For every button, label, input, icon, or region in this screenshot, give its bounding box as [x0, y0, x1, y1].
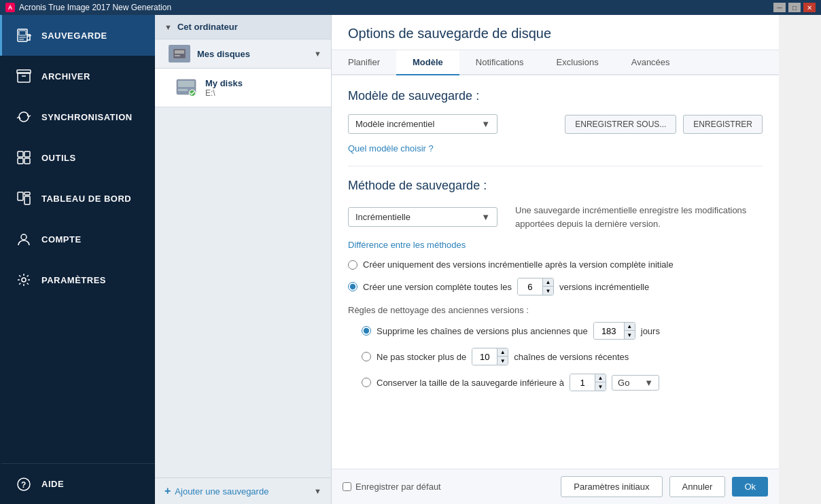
methode-dropdown[interactable]: Incrémentielle ▼ [348, 207, 497, 227]
radio-complete-label-post: versions incrémentielle [559, 282, 649, 292]
tab-notifications[interactable]: Notifications [459, 50, 540, 75]
svg-rect-22 [178, 81, 194, 87]
tab-planifier[interactable]: Planifier [332, 50, 396, 75]
size-spinner-buttons: ▲ ▼ [595, 374, 606, 391]
parametres-icon [16, 272, 32, 288]
sidebar-item-archiver[interactable]: ARCHIVER [0, 56, 155, 96]
versions-spinner-value[interactable]: 6 [518, 278, 542, 295]
svg-rect-13 [24, 192, 30, 195]
days-spinner[interactable]: 183 ▲ ▼ [593, 322, 635, 340]
sidebar-item-outils[interactable]: OUTILS [0, 137, 155, 178]
radio-row-2: Créer une version complète toutes les 6 … [348, 278, 763, 295]
sidebar-item-sauvegarde[interactable]: SAUVEGARDE [0, 15, 155, 56]
section-divider [348, 166, 763, 166]
days-spinner-up[interactable]: ▲ [624, 323, 635, 331]
cet-ordinateur-header[interactable]: ▼ Cet ordinateur [155, 15, 331, 39]
chains-spinner-down[interactable]: ▼ [497, 357, 508, 365]
cleanup-radio-chains[interactable] [362, 352, 371, 361]
svg-rect-19 [175, 50, 184, 54]
sidebar-label-synchronisation: SYNCHRONISATION [41, 112, 133, 122]
add-sauvegarde-footer[interactable]: + Ajouter une sauvegarde ▼ [155, 478, 331, 504]
versions-spinner-up[interactable]: ▲ [542, 278, 553, 287]
collapse-arrow-icon: ▼ [164, 23, 172, 31]
size-spinner-down[interactable]: ▼ [595, 382, 606, 391]
sidebar-item-parametres[interactable]: PARAMÈTRES [0, 259, 155, 300]
chains-spinner-buttons: ▲ ▼ [497, 348, 508, 365]
enregistrer-sous-button[interactable]: ENREGISTRER SOUS... [565, 115, 676, 134]
size-spinner-up[interactable]: ▲ [595, 374, 606, 382]
versions-spinner-down[interactable]: ▼ [542, 287, 553, 295]
app-container: SAUVEGARDE ARCHIVER [0, 15, 821, 504]
close-button[interactable]: ✕ [803, 3, 816, 12]
size-spinner-value[interactable]: 1 [570, 374, 595, 391]
backup-item-disk-icon [174, 75, 198, 100]
tab-exclusions[interactable]: Exclusions [540, 50, 615, 75]
aide-icon: ? [16, 476, 32, 492]
svg-point-14 [21, 234, 27, 240]
outils-icon [16, 149, 32, 166]
versions-spinner[interactable]: 6 ▲ ▼ [517, 278, 554, 295]
chains-spinner[interactable]: 10 ▲ ▼ [472, 348, 508, 365]
params-initiaux-button[interactable]: Paramètres initiaux [561, 476, 662, 497]
radio-incremental-label: Créer uniquement des versions incrémenti… [363, 259, 674, 270]
cleanup-options: Supprime les chaînes de versions plus an… [348, 322, 763, 391]
svg-text:?: ? [21, 480, 27, 490]
cleanup-chains-label-pre: Ne pas stocker plus de [377, 352, 466, 362]
mes-disques-chevron-icon: ▼ [314, 50, 321, 58]
size-unit-dropdown[interactable]: Go ▼ [612, 375, 659, 391]
cleanup-radio-size[interactable] [362, 378, 371, 387]
modele-section-title: Modèle de sauvegarde : [348, 89, 763, 103]
cleanup-radio-days[interactable] [362, 326, 371, 336]
chains-spinner-value[interactable]: 10 [472, 348, 497, 365]
backup-item-info: My disks E:\ [205, 78, 321, 98]
radio-row-1: Créer uniquement des versions incrémenti… [348, 259, 763, 270]
cet-ordinateur-label: Cet ordinateur [177, 22, 238, 32]
enregistrer-defaut-checkbox[interactable] [343, 482, 351, 491]
days-spinner-value[interactable]: 183 [594, 323, 624, 339]
maximize-button[interactable]: □ [788, 3, 801, 12]
mes-disques-label: Mes disques [197, 49, 314, 59]
size-spinner[interactable]: 1 ▲ ▼ [570, 374, 606, 391]
cleanup-size-label-pre: Conserver la taille de la sauvegarde inf… [377, 378, 564, 388]
sidebar-label-outils: OUTILS [41, 153, 76, 163]
sidebar-item-synchronisation[interactable]: SYNCHRONISATION [0, 96, 155, 137]
backup-panel: ▼ Cet ordinateur Mes disques ▼ [155, 15, 332, 504]
modele-dropdown-value: Modèle incrémentiel [355, 119, 434, 129]
tab-avancees[interactable]: Avancées [615, 50, 686, 75]
modele-dropdown[interactable]: Modèle incrémentiel ▼ [348, 114, 497, 134]
options-panel: Options de sauvegarde de disque Planifie… [332, 15, 779, 504]
options-footer: Enregistrer par défaut Paramètres initia… [332, 469, 779, 504]
quel-modele-link[interactable]: Quel modèle choisir ? [348, 143, 434, 154]
enregistrer-button[interactable]: ENREGISTRER [683, 115, 763, 134]
difference-methodes-link[interactable]: Différence entre les méthodes [348, 240, 466, 250]
backup-item-path: E:\ [205, 88, 321, 98]
sidebar-item-compte[interactable]: COMPTE [0, 219, 155, 259]
mes-disques-header[interactable]: Mes disques ▼ [155, 39, 331, 68]
methode-radio-group: Créer uniquement des versions incrémenti… [348, 259, 763, 295]
svg-rect-20 [175, 55, 180, 56]
size-unit-arrow-icon: ▼ [644, 378, 653, 388]
tab-modele[interactable]: Modèle [396, 50, 459, 75]
radio-incremental-only[interactable] [348, 260, 357, 270]
sidebar-label-parametres: PARAMÈTRES [41, 275, 106, 285]
days-spinner-down[interactable]: ▼ [624, 331, 635, 339]
radio-complete-every[interactable] [348, 282, 357, 291]
synchronisation-icon [16, 109, 32, 125]
svg-rect-12 [24, 196, 30, 204]
enregistrer-defaut-row: Enregistrer par défaut [343, 482, 441, 492]
annuler-button[interactable]: Annuler [669, 476, 726, 497]
modele-row: Modèle incrémentiel ▼ ENREGISTRER SOUS..… [348, 114, 763, 134]
sidebar-item-tableau-de-bord[interactable]: TABLEAU DE BORD [0, 178, 155, 219]
svg-rect-4 [18, 73, 30, 82]
minimize-button[interactable]: ─ [773, 3, 786, 12]
chains-spinner-up[interactable]: ▲ [497, 348, 508, 357]
sidebar-item-aide[interactable]: ? AIDE [0, 463, 155, 504]
ok-button[interactable]: Ok [732, 477, 768, 497]
svg-rect-11 [18, 192, 23, 200]
days-spinner-buttons: ▲ ▼ [624, 323, 635, 339]
backup-list-item[interactable]: My disks E:\ [155, 69, 331, 107]
methode-dropdown-arrow-icon: ▼ [481, 212, 490, 222]
svg-rect-23 [178, 89, 188, 91]
sidebar-label-sauvegarde: SAUVEGARDE [41, 31, 107, 41]
cleanup-days-label-post: jours [641, 326, 660, 336]
